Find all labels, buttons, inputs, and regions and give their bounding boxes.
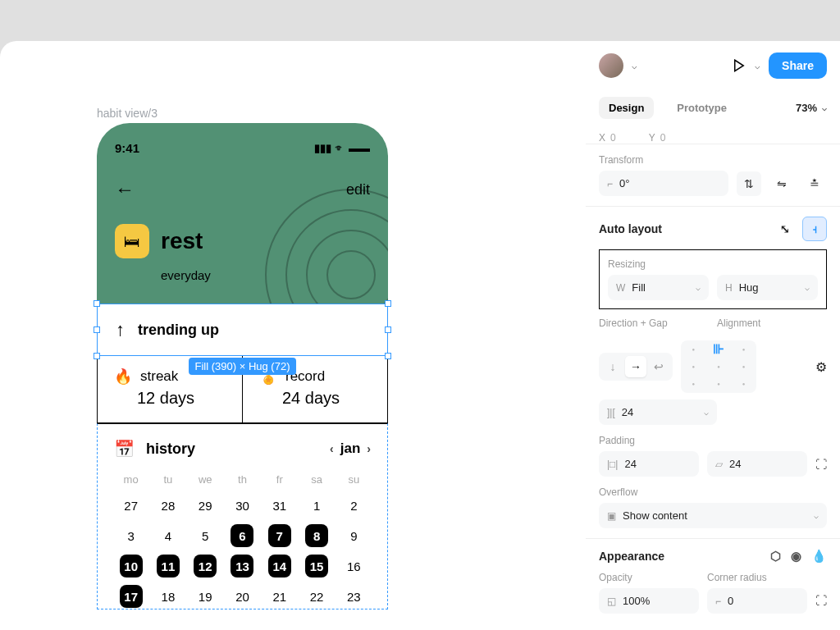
calendar-day[interactable]: 27 <box>114 494 148 518</box>
battery-icon: ▬▬ <box>349 142 370 154</box>
calendar-day[interactable]: 9 <box>337 524 371 548</box>
calendar-day[interactable]: 2 <box>337 494 371 518</box>
play-icon[interactable] <box>732 58 746 73</box>
autolayout-toggle-icon[interactable]: ⫞ <box>802 217 827 241</box>
back-arrow-icon[interactable]: ← <box>115 178 135 201</box>
padding-individual-icon[interactable]: ⛶ <box>815 458 827 471</box>
calendar-day[interactable]: 22 <box>299 585 333 609</box>
width-resize-field[interactable]: W Fill ⌵ <box>608 275 709 300</box>
tab-design[interactable]: Design <box>599 97 654 119</box>
zoom-control[interactable]: 73% ⌵ <box>796 102 827 114</box>
selection-handle[interactable] <box>94 326 100 333</box>
chevron-down-icon[interactable]: ⌵ <box>755 61 760 71</box>
direction-wrap-icon[interactable]: ↩ <box>648 356 669 377</box>
weekday-label: sa <box>299 473 333 486</box>
overflow-field[interactable]: ▣ Show content ⌵ <box>599 503 827 528</box>
navbar: ← edit <box>115 178 370 201</box>
habit-title: rest <box>161 228 203 254</box>
calendar-day[interactable]: 28 <box>151 494 185 518</box>
selection-handle[interactable] <box>385 300 391 307</box>
calendar-day[interactable]: 15 <box>305 555 328 578</box>
calendar-day[interactable]: 8 <box>305 524 328 547</box>
visibility-icon[interactable]: ◉ <box>791 549 801 564</box>
gap-field[interactable]: ]|[ 24 ⌵ <box>599 399 717 425</box>
height-resize-field[interactable]: H Hug ⌵ <box>717 275 818 300</box>
calendar-day[interactable]: 12 <box>194 555 217 578</box>
direction-down-icon[interactable]: ↓ <box>602 356 623 377</box>
calendar-day[interactable]: 14 <box>268 555 291 578</box>
zoom-value: 73% <box>796 102 817 114</box>
opacity-label: Opacity <box>599 572 699 583</box>
corner-individual-icon[interactable]: ⛶ <box>815 594 827 607</box>
panel-tabs: Design Prototype 73% ⌵ <box>586 90 840 129</box>
selection-handle[interactable] <box>385 326 391 333</box>
calendar-day[interactable]: 19 <box>189 585 222 609</box>
collapse-icon[interactable]: ⤡ <box>773 217 797 241</box>
inspector-panel: ⌵ ⌵ Share Design Prototype 73% ⌵ X0 Y0 T… <box>586 41 840 630</box>
angle-icon: ⌐ <box>607 178 613 189</box>
frame-label[interactable]: habit view/3 <box>97 107 158 120</box>
corner-radius-field[interactable]: ⌐ 0 <box>707 588 807 614</box>
calendar-day[interactable]: 21 <box>262 585 296 609</box>
flip-horizontal-icon[interactable]: ⇋ <box>769 171 794 196</box>
weekdays-row: motuwethfrsasu <box>114 473 371 486</box>
calendar-day[interactable]: 20 <box>226 585 259 609</box>
calendar-day[interactable]: 5 <box>189 524 222 548</box>
avatar[interactable] <box>599 53 623 78</box>
calendar-icon: 📅 <box>114 439 135 459</box>
chevron-left-icon[interactable]: ‹ <box>330 442 334 455</box>
record-value: 24 days <box>282 389 371 408</box>
gap-value: 24 <box>622 406 633 418</box>
calendar-day[interactable]: 16 <box>337 555 371 578</box>
blend-icon[interactable]: 💧 <box>811 549 827 564</box>
calendar-day[interactable]: 3 <box>114 524 148 548</box>
chevron-down-icon: ⌵ <box>814 511 819 520</box>
calendar-day[interactable]: 31 <box>262 494 296 518</box>
chevron-down-icon: ⌵ <box>805 283 810 292</box>
padding-v-field[interactable]: ▱ 24 <box>707 451 807 477</box>
calendar-day[interactable]: 7 <box>268 524 291 547</box>
calendar-day[interactable]: 13 <box>231 555 253 578</box>
flip-vertical-icon[interactable]: ⇅ <box>737 171 761 196</box>
alignment-grid[interactable]: ●⊪● ●●● ●●● <box>681 340 756 393</box>
calendar-day[interactable]: 29 <box>189 494 222 518</box>
transform-label: Transform <box>599 154 827 166</box>
chevron-down-icon[interactable]: ⌵ <box>632 61 637 71</box>
align-icon[interactable]: ≛ <box>802 171 827 196</box>
selection-handle[interactable] <box>94 353 100 359</box>
selection-handle[interactable] <box>94 300 100 307</box>
transform-section: Transform ⌐ 0° ⇅ ⇋ ≛ <box>586 144 840 206</box>
calendar-day[interactable]: 6 <box>231 524 253 547</box>
selection-handle[interactable] <box>385 353 391 359</box>
history-title: history <box>146 441 318 458</box>
overflow-label: Overflow <box>599 486 827 498</box>
settings-icon[interactable]: ⚙ <box>815 359 827 375</box>
share-button[interactable]: Share <box>769 52 827 79</box>
calendar-day[interactable]: 17 <box>120 585 143 608</box>
weekday-label: we <box>189 473 222 486</box>
padding-h-value: 24 <box>624 458 636 470</box>
calendar-day[interactable]: 11 <box>157 555 180 578</box>
padding-h-icon: |□| <box>607 459 618 470</box>
wifi-icon: ᯤ <box>335 142 345 154</box>
direction-right-icon[interactable]: → <box>625 356 646 377</box>
weekday-label: fr <box>262 473 296 486</box>
calendar-day[interactable]: 10 <box>120 555 143 578</box>
tab-prototype[interactable]: Prototype <box>667 97 737 119</box>
month-nav: ‹ jan › <box>330 441 371 457</box>
calendar-day[interactable]: 30 <box>226 494 259 518</box>
calendar-day[interactable]: 23 <box>337 585 371 609</box>
canvas[interactable]: habit view/3 9:41 ▮▮▮ ᯤ ▬▬ ← edit <box>0 41 586 630</box>
calendar-day[interactable]: 4 <box>151 524 185 548</box>
rotation-field[interactable]: ⌐ 0° <box>599 171 728 196</box>
calendar-day[interactable]: 1 <box>299 494 333 518</box>
phone-frame[interactable]: 9:41 ▮▮▮ ᯤ ▬▬ ← edit 🛏 rest everyday <box>97 123 388 609</box>
opacity-field[interactable]: ◱ 100% <box>599 588 699 614</box>
edit-button[interactable]: edit <box>346 181 370 199</box>
trending-card-selected[interactable]: ↑ trending up Fill (390) × Hug (72) <box>97 304 388 356</box>
chevron-right-icon[interactable]: › <box>367 442 371 455</box>
variable-icon[interactable]: ⬡ <box>770 549 781 564</box>
workspace: habit view/3 9:41 ▮▮▮ ᯤ ▬▬ ← edit <box>0 41 840 630</box>
padding-h-field[interactable]: |□| 24 <box>599 451 699 477</box>
calendar-day[interactable]: 18 <box>151 585 185 609</box>
